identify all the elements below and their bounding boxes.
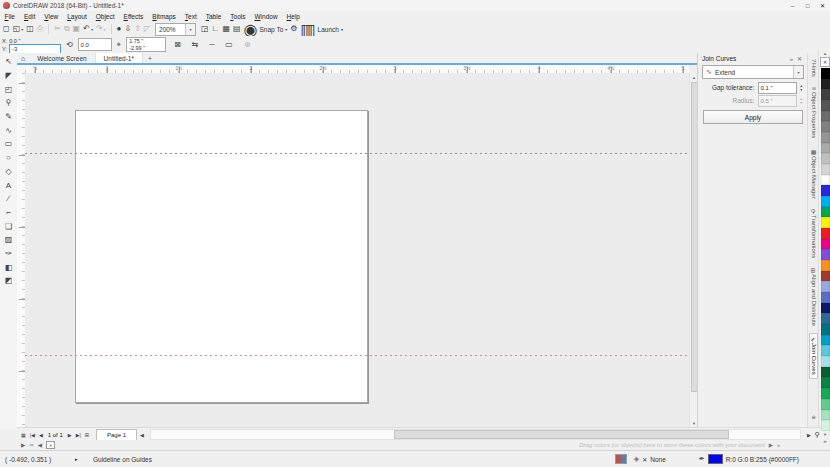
freehand-tool[interactable]: ✎ — [0, 110, 17, 124]
horizontal-scrollbar[interactable] — [150, 429, 801, 440]
palette-swatch[interactable] — [821, 281, 830, 292]
palette-swatch[interactable] — [821, 164, 830, 175]
rectangle-tool[interactable]: ▭ — [0, 137, 17, 151]
palette-swatch[interactable] — [821, 324, 830, 335]
status-expand-icon[interactable]: ▸ — [75, 456, 93, 462]
palette-swatch[interactable] — [821, 207, 830, 218]
add-guideline-button[interactable]: ⊕ — [241, 40, 254, 49]
palette-flyout-icon[interactable]: » — [823, 438, 826, 448]
palette-swatch[interactable] — [821, 335, 830, 346]
palette-swatch[interactable] — [821, 367, 830, 378]
show-guidelines-button[interactable]: ▤ ▾ — [233, 24, 241, 34]
docker-tab-hints[interactable]: ? Hints — [811, 56, 817, 80]
minimize-button[interactable]: – — [785, 0, 800, 11]
zoom-level-combobox[interactable]: 200% ▾ — [155, 23, 196, 36]
chevron-down-icon[interactable]: ▾ — [793, 66, 803, 78]
smart-fill-tool[interactable]: ◩ — [0, 274, 17, 288]
preset-guidelines-button[interactable]: ▭ — [222, 40, 236, 49]
palette-swatch[interactable] — [821, 345, 830, 356]
horizontal-guideline-selected[interactable] — [25, 355, 689, 356]
palette-swatch[interactable] — [821, 399, 830, 410]
y-position-input[interactable]: -3 — [9, 44, 61, 54]
palette-swatch[interactable] — [821, 420, 830, 431]
navigator-zoom-icon[interactable]: ⚲ — [814, 431, 821, 439]
menu-item[interactable]: Object — [91, 13, 119, 20]
palette-swatch[interactable] — [821, 89, 830, 100]
maximize-button[interactable]: □ — [800, 0, 815, 11]
scroll-right-icon[interactable]: ▶ — [769, 442, 773, 448]
color-profile-icon[interactable] — [615, 454, 627, 464]
chevron-down-icon[interactable]: ▾ — [185, 24, 195, 35]
menu-item[interactable]: View — [40, 13, 63, 20]
drawing-canvas[interactable] — [25, 73, 689, 427]
docker-tab-object-manager[interactable]: ▦ Object Manager — [810, 145, 817, 202]
no-color-swatch[interactable]: ✕ — [46, 441, 55, 449]
docker-tab-transformations[interactable]: ⟳ Transformations — [810, 206, 817, 261]
save-button[interactable]: ◫ ▾ — [26, 24, 34, 34]
document-tab[interactable]: Untitled-1* — [96, 53, 143, 63]
export-button[interactable]: ⇧ ▾ — [134, 24, 141, 34]
crop-tool[interactable]: ◰ — [0, 82, 17, 96]
add-page-button[interactable]: ⊞ — [84, 432, 90, 438]
menu-item[interactable]: Table — [201, 13, 226, 20]
palette-swatch[interactable] — [821, 271, 830, 282]
new-tab-button[interactable]: + — [143, 55, 157, 62]
show-grid-button[interactable]: ▦ ▾ — [222, 24, 230, 34]
home-icon[interactable]: ⌂ — [17, 55, 29, 62]
scroll-left-icon[interactable]: ◀ — [38, 442, 42, 448]
docker-tab-join-curves[interactable]: ∿ Join Curves — [809, 333, 818, 379]
pick-tool[interactable]: ↖ — [0, 55, 17, 69]
lock-guideline-button[interactable]: ⊠ — [171, 40, 184, 49]
previous-page-button[interactable]: ◀ — [38, 432, 44, 438]
show-rulers-button[interactable]: ∟ ▾ — [212, 24, 220, 34]
palette-swatch[interactable] — [821, 121, 830, 132]
palette-swatch[interactable] — [821, 153, 830, 164]
menu-item[interactable]: Effects — [119, 13, 148, 20]
drop-shadow-tool[interactable]: ❏ — [0, 219, 17, 233]
menu-item[interactable]: Edit — [20, 13, 40, 20]
palette-swatch[interactable] — [821, 410, 830, 421]
docker-tab-object-properties[interactable]: ≡ Object Properties — [811, 84, 817, 141]
full-screen-preview-button[interactable]: ◲ ▾ — [201, 24, 209, 34]
open-button[interactable]: ◱ ▾ — [13, 24, 24, 34]
spinner-icons[interactable]: ▲▼ — [800, 84, 803, 92]
color-eyedropper-tool[interactable]: ✑ — [0, 247, 17, 261]
print-button[interactable]: ⎙ ▾ — [37, 24, 43, 34]
next-page-button[interactable]: ▶ — [67, 432, 73, 438]
copy-button[interactable]: ⧉ ▾ — [64, 24, 70, 34]
palette-swatch[interactable] — [821, 377, 830, 388]
palette-swatch[interactable] — [821, 100, 830, 111]
connector-tool[interactable]: ⌐ — [0, 206, 17, 220]
palette-swatch[interactable] — [821, 111, 830, 122]
palette-swatch[interactable] — [821, 249, 830, 260]
close-button[interactable]: ✕ — [815, 0, 830, 11]
interactive-fill-tool[interactable]: ◧ — [0, 260, 17, 274]
palette-swatch[interactable] — [821, 185, 830, 196]
artistic-media-tool[interactable]: ∿ — [0, 123, 17, 137]
center-of-rotation-inputs[interactable]: 1.75 " -2.99 " — [126, 37, 166, 52]
gap-tolerance-input[interactable]: 0.1 " — [758, 82, 797, 94]
more-colors-icon[interactable]: » — [777, 442, 780, 448]
page-sorter-icon[interactable]: ▦ — [20, 432, 27, 438]
palette-scroll-up-icon[interactable]: ▲ — [823, 50, 827, 57]
undo-button[interactable]: ↶ ▾ — [83, 24, 93, 34]
palette-swatch[interactable] — [821, 228, 830, 239]
guideline-style-button[interactable]: ┄ — [207, 40, 218, 49]
palette-swatch[interactable] — [821, 143, 830, 154]
palette-swatch[interactable] — [821, 356, 830, 367]
scale-ratio-icon[interactable]: ◸ ▾ — [144, 24, 150, 34]
docker-close-icon[interactable]: ✕ — [795, 55, 804, 62]
horizontal-scrollbar-thumb[interactable] — [394, 430, 729, 439]
new-document-button[interactable]: ◻ ▾ — [3, 24, 10, 34]
palette-swatch[interactable] — [821, 292, 830, 303]
scroll-right-icon[interactable]: ▶ — [806, 432, 812, 438]
cut-button[interactable]: ✂ ▾ — [54, 24, 61, 34]
scroll-left-icon[interactable]: ◀ — [139, 432, 145, 438]
palette-swatch[interactable] — [821, 313, 830, 324]
paste-button[interactable]: ▣ ▾ — [73, 24, 81, 34]
transparency-tool[interactable]: ▨ — [0, 233, 17, 247]
palette-swatch[interactable] — [821, 79, 830, 90]
fill-status[interactable]: ◈ ✕ None — [634, 455, 666, 463]
document-palette-flyout-icon[interactable]: ▶ — [21, 442, 25, 448]
palette-swatch[interactable] — [821, 260, 830, 271]
